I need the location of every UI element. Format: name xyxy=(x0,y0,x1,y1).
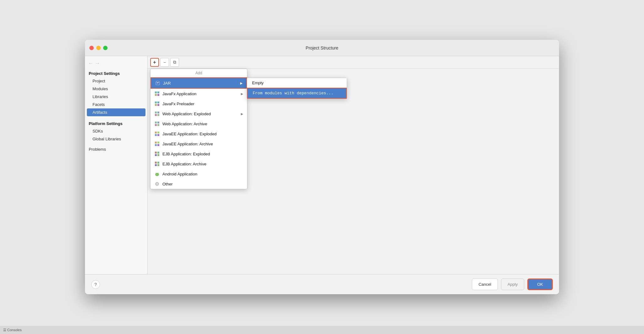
sidebar-item-global-libraries[interactable]: Global Libraries xyxy=(85,135,147,143)
jar-submenu: Empty From modules with dependencies... xyxy=(247,78,347,99)
svg-rect-10 xyxy=(155,104,157,106)
svg-rect-30 xyxy=(155,154,157,156)
project-settings-heading: Project Settings xyxy=(85,69,147,77)
submenu-from-modules[interactable]: From modules with dependencies... xyxy=(247,88,347,99)
svg-rect-17 xyxy=(157,122,159,123)
javaee-archive-icon xyxy=(154,141,160,147)
dropdown-item-ejb-archive[interactable]: EJB Application: Archive xyxy=(150,159,247,169)
sidebar-item-modules[interactable]: Modules xyxy=(85,85,147,93)
ejb-exploded-label: EJB Application: Exploded xyxy=(162,152,210,156)
window-title: Project Structure xyxy=(306,45,338,50)
bottom-bar: ? Cancel Apply OK xyxy=(85,274,559,294)
dropdown-item-web-exploded[interactable]: Web Application: Exploded ▶ xyxy=(150,109,247,119)
close-button[interactable] xyxy=(89,46,94,50)
svg-rect-1 xyxy=(156,81,159,82)
ejb-archive-label: EJB Application: Archive xyxy=(162,162,206,166)
android-icon xyxy=(154,171,160,177)
platform-settings-heading: Platform Settings xyxy=(85,119,147,127)
svg-rect-20 xyxy=(155,132,157,133)
svg-rect-19 xyxy=(157,124,159,126)
dropdown-item-javaee-exploded[interactable]: JavaEE Application: Exploded xyxy=(150,129,247,139)
svg-rect-29 xyxy=(157,152,159,154)
svg-rect-16 xyxy=(155,122,157,123)
sidebar-item-facets[interactable]: Facets xyxy=(85,101,147,108)
svg-rect-33 xyxy=(157,162,159,164)
web-exploded-label: Web Application: Exploded xyxy=(162,112,211,116)
dropdown-item-web-archive[interactable]: Web Application: Archive xyxy=(150,119,247,129)
web-archive-label: Web Application: Archive xyxy=(162,122,207,126)
svg-rect-3 xyxy=(157,83,158,84)
consoles-bar: ☰ Consoles xyxy=(0,326,644,334)
android-label: Android Application xyxy=(162,172,197,176)
svg-point-42 xyxy=(156,183,158,185)
svg-rect-14 xyxy=(155,114,157,116)
svg-rect-32 xyxy=(155,162,157,164)
svg-rect-6 xyxy=(155,94,157,96)
toolbar: + − ⧉ xyxy=(148,56,559,69)
copy-button[interactable]: ⧉ xyxy=(170,58,179,67)
javaee-exploded-icon xyxy=(154,131,160,137)
svg-rect-18 xyxy=(155,124,157,126)
javaee-exploded-label: JavaEE Application: Exploded xyxy=(162,132,217,136)
minimize-button[interactable] xyxy=(96,46,101,50)
web-exploded-icon xyxy=(154,111,160,117)
svg-rect-34 xyxy=(155,164,157,166)
svg-point-38 xyxy=(158,174,158,175)
svg-rect-8 xyxy=(155,102,157,103)
apply-button[interactable]: Apply xyxy=(501,279,525,290)
dropdown-item-other[interactable]: Other xyxy=(150,179,247,189)
nav-arrows: ← → xyxy=(85,59,147,69)
dropdown-menu: Add JAR ▶ xyxy=(150,69,247,189)
sidebar-item-artifacts[interactable]: Artifacts xyxy=(87,108,145,116)
jar-chevron: ▶ xyxy=(240,81,243,85)
svg-rect-15 xyxy=(157,114,159,116)
dropdown-item-javafx-app[interactable]: JavaFx Application ▶ xyxy=(150,89,247,99)
add-button[interactable]: + xyxy=(150,58,159,67)
svg-rect-9 xyxy=(157,102,159,103)
add-dropdown: Add JAR ▶ xyxy=(150,69,247,189)
svg-rect-24 xyxy=(155,142,157,144)
javafx-app-icon xyxy=(154,91,160,97)
javafx-preloader-icon xyxy=(154,101,160,107)
svg-rect-21 xyxy=(157,132,159,133)
dropdown-item-ejb-exploded[interactable]: EJB Application: Exploded xyxy=(150,149,247,159)
back-button[interactable]: ← xyxy=(88,60,93,66)
remove-button[interactable]: − xyxy=(160,58,169,67)
dropdown-item-android[interactable]: Android Application xyxy=(150,169,247,179)
javaee-archive-label: JavaEE Application: Archive xyxy=(162,142,213,146)
sidebar-item-libraries[interactable]: Libraries xyxy=(85,93,147,101)
svg-rect-22 xyxy=(155,134,157,136)
svg-rect-23 xyxy=(157,134,159,136)
dropdown-header: Add xyxy=(150,69,247,77)
javafx-preloader-label: JavaFx Preloader xyxy=(162,102,194,106)
svg-rect-5 xyxy=(157,91,159,93)
help-button[interactable]: ? xyxy=(91,280,100,289)
window-controls xyxy=(89,46,108,50)
svg-rect-2 xyxy=(157,82,159,83)
svg-rect-4 xyxy=(155,91,157,93)
sidebar-item-problems[interactable]: Problems xyxy=(85,145,147,153)
submenu-empty[interactable]: Empty xyxy=(247,78,347,88)
svg-rect-27 xyxy=(157,144,159,146)
dropdown-item-jar[interactable]: JAR ▶ Empty From modules with dependenci… xyxy=(150,77,247,89)
forward-button[interactable]: → xyxy=(95,60,100,66)
action-buttons: Cancel Apply OK xyxy=(472,279,553,290)
ejb-exploded-icon xyxy=(154,151,160,157)
consoles-label: ☰ Consoles xyxy=(3,328,22,332)
svg-rect-28 xyxy=(155,152,157,154)
sidebar-item-project[interactable]: Project xyxy=(85,77,147,85)
dropdown-item-javaee-archive[interactable]: JavaEE Application: Archive xyxy=(150,139,247,149)
dropdown-item-javafx-preloader[interactable]: JavaFx Preloader xyxy=(150,99,247,109)
other-icon xyxy=(154,181,160,187)
svg-rect-35 xyxy=(157,164,159,166)
svg-rect-7 xyxy=(157,94,159,96)
cancel-button[interactable]: Cancel xyxy=(472,279,498,290)
ok-button[interactable]: OK xyxy=(527,279,553,290)
maximize-button[interactable] xyxy=(103,46,108,50)
main-content: ← → Project Settings Project Modules Lib… xyxy=(85,56,559,274)
svg-rect-31 xyxy=(157,154,159,156)
sidebar-item-sdks[interactable]: SDKs xyxy=(85,127,147,135)
content-area: + − ⧉ Add xyxy=(148,56,559,274)
javafx-app-chevron: ▶ xyxy=(241,92,243,96)
sidebar: ← → Project Settings Project Modules Lib… xyxy=(85,56,148,274)
